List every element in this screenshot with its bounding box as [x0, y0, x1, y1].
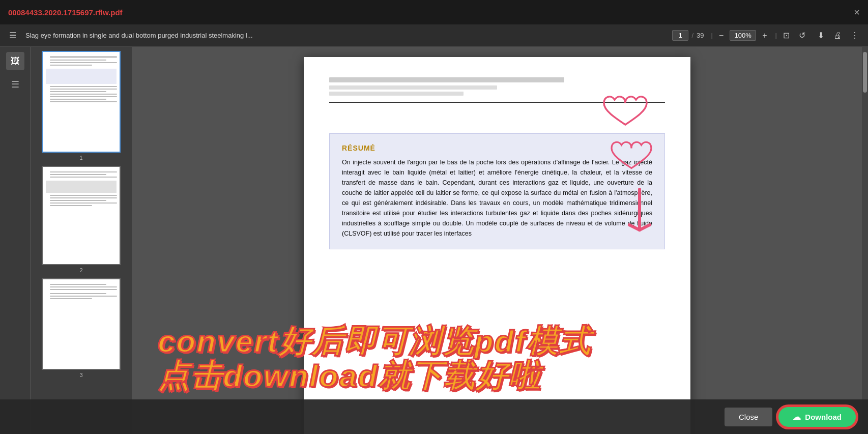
zoom-out-button[interactable]: − — [716, 29, 727, 42]
rotate-icon: ↺ — [799, 31, 805, 40]
sidebar: 🖼 ☰ — [0, 47, 31, 434]
page-controls: / 39 | − + | ⊡ ↺ — [672, 28, 808, 42]
thumbnail-item[interactable]: 2 — [35, 166, 128, 273]
cloud-download-icon: ☁ — [793, 412, 801, 422]
page-number-input[interactable] — [672, 30, 688, 41]
thumbnail-label: 1 — [79, 155, 82, 161]
thumbnail-image — [42, 51, 121, 153]
list-icon: ☰ — [11, 79, 19, 90]
more-icon: ⋮ — [851, 31, 859, 40]
sidebar-outline-button[interactable]: ☰ — [6, 75, 24, 94]
total-pages: 39 — [697, 32, 704, 39]
pdf-page: RÉSUMÉ On injecte souvent de l'argon par… — [304, 57, 690, 434]
toolbar-right: ⬇ 🖨 ⋮ — [815, 28, 862, 42]
thumbnail-panel: 1 2 — [31, 47, 132, 434]
download-icon: ⬇ — [818, 31, 824, 40]
scroll-bar[interactable] — [862, 47, 868, 434]
page-separator: / — [691, 32, 693, 39]
thumbnail-image — [42, 166, 121, 265]
download-label: Download — [805, 413, 842, 421]
toolbar-download-button[interactable]: ⬇ — [815, 28, 827, 42]
fit-page-icon: ⊡ — [783, 31, 790, 40]
window-close-button[interactable]: × — [854, 7, 860, 17]
rotate-button[interactable]: ↺ — [796, 28, 808, 42]
thumbnail-image — [42, 278, 121, 370]
filename-label: 00084433.2020.1715697.rflw.pdf — [8, 8, 123, 17]
pdf-content[interactable]: RÉSUMÉ On injecte souvent de l'argon par… — [132, 47, 862, 434]
print-button[interactable]: 🖨 — [830, 29, 845, 42]
fit-page-button[interactable]: ⊡ — [780, 28, 793, 42]
menu-toggle-button[interactable]: ☰ — [6, 28, 19, 42]
close-button[interactable]: Close — [725, 408, 772, 426]
title-bar: 00084433.2020.1715697.rflw.pdf × — [0, 0, 868, 24]
thumbnail-label: 2 — [79, 267, 82, 273]
scroll-thumb[interactable] — [863, 52, 867, 93]
hamburger-icon: ☰ — [9, 31, 16, 40]
more-options-button[interactable]: ⋮ — [848, 28, 862, 42]
print-icon: 🖨 — [833, 31, 842, 40]
main-area: 🖼 ☰ — [0, 47, 868, 434]
thumbnail-item[interactable]: 3 — [35, 278, 128, 378]
sidebar-thumbnails-button[interactable]: 🖼 — [6, 52, 24, 70]
heart-drawings — [599, 88, 680, 250]
zoom-input[interactable] — [730, 30, 756, 41]
download-button[interactable]: ☁ Download — [778, 407, 856, 427]
document-title: Slag eye formation in single and dual bo… — [25, 32, 666, 39]
bottom-action-bar: Close ☁ Download — [0, 399, 868, 434]
toolbar: ☰ Slag eye formation in single and dual … — [0, 24, 868, 47]
thumbnail-item[interactable]: 1 — [35, 51, 128, 161]
image-icon: 🖼 — [11, 56, 20, 67]
zoom-in-button[interactable]: + — [759, 29, 770, 42]
thumbnail-label: 3 — [79, 372, 82, 378]
